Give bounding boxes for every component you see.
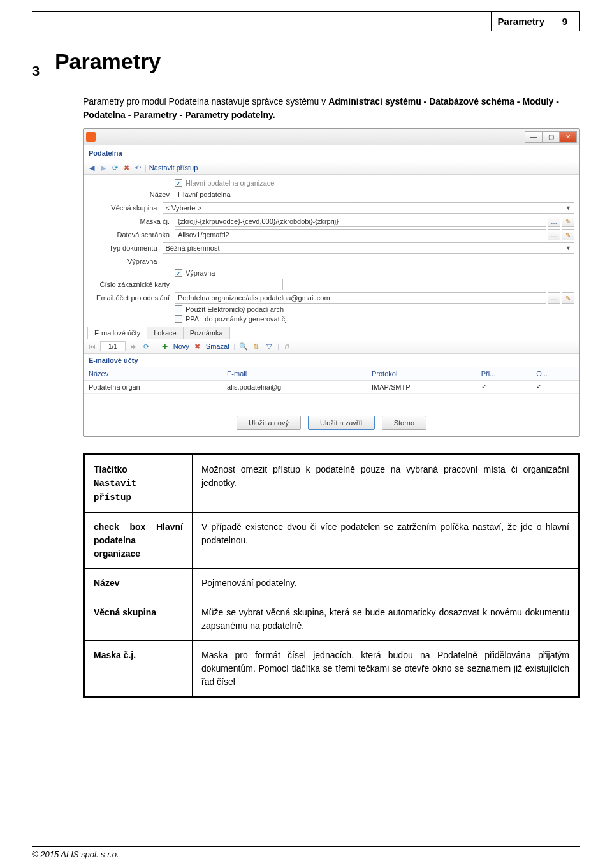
ppa-label: PPA - do poznámky generovat čj. xyxy=(186,315,289,323)
desc-r1-term-line3: přístup xyxy=(94,492,131,503)
desc-r1-term-line1: Tlačítko xyxy=(94,464,127,474)
delete-link[interactable]: Smazat xyxy=(206,342,229,350)
ellipsis-button[interactable]: … xyxy=(548,216,560,227)
input-cislo[interactable] xyxy=(175,279,283,290)
minimize-button[interactable]: — xyxy=(525,131,543,143)
arch-checkbox[interactable] xyxy=(175,305,182,313)
ppa-checkbox[interactable] xyxy=(175,315,182,323)
nav-first-icon[interactable]: ⏮ xyxy=(87,342,96,351)
new-link[interactable]: Nový xyxy=(173,342,189,350)
footer-copyright: © 2015 ALIS spol. s r.o. xyxy=(32,846,580,859)
maximize-button[interactable]: ▢ xyxy=(542,131,560,143)
desc-r4-text: Může se vybrat věcná skupina, která se b… xyxy=(193,598,579,641)
tab-lokace[interactable]: Lokace xyxy=(147,327,183,339)
delete-icon[interactable]: ✖ xyxy=(193,342,202,351)
input-ds[interactable]: Alisov1/qcmafd2 xyxy=(175,229,546,240)
main-toolbar: ◀ ▶ ⟳ ✖ ↶ | Nastavit přístup xyxy=(84,161,579,175)
desc-r2-term: check box Hlavní podatelna organizace xyxy=(84,513,193,569)
subsection-title: E-mailové účty xyxy=(84,354,579,367)
description-table: Tlačítko Nastavit přístup Možnost omezit… xyxy=(83,453,580,698)
plus-icon[interactable]: ✚ xyxy=(161,342,170,351)
nav-last-icon[interactable]: ⏭ xyxy=(129,342,138,351)
filter-icon[interactable]: ▽ xyxy=(265,342,273,351)
set-access-link[interactable]: Nastavit přístup xyxy=(149,164,198,172)
input-vypravna[interactable] xyxy=(163,256,575,267)
sort-icon[interactable]: ⇅ xyxy=(252,342,261,351)
email-table: Název E-mail Protokol Při... O... Podate… xyxy=(84,367,579,394)
section-title: Podatelna xyxy=(84,145,579,161)
lbl-nazev: Název xyxy=(89,191,175,198)
col-protokol[interactable]: Protokol xyxy=(367,367,476,381)
tab-email-accounts[interactable]: E-mailové účty xyxy=(87,327,147,339)
refresh-icon[interactable]: ⟳ xyxy=(142,342,151,351)
header-title: Parametry xyxy=(491,11,550,31)
intro-paragraph: Parametry pro modul Podatelna nastavuje … xyxy=(83,95,580,122)
delete-icon[interactable]: ✖ xyxy=(122,163,131,172)
input-maska[interactable]: {zkroj}-{zkrpuvodce}-{cevd,000}/{zkrobdo… xyxy=(175,216,546,227)
lbl-vypravna: Výpravna xyxy=(89,258,163,265)
desc-r5-text: Maska pro formát čísel jednacích, která … xyxy=(193,641,579,698)
revert-icon[interactable]: ↶ xyxy=(133,163,142,172)
lbl-typ: Typ dokumentu xyxy=(89,244,163,252)
chapter-title: Parametry xyxy=(55,49,161,74)
save-and-new-button[interactable]: Uložit a nový xyxy=(237,416,301,430)
desc-r3-term: Název xyxy=(84,569,193,598)
app-window: — ▢ ✕ Podatelna ◀ ▶ ⟳ ✖ ↶ | Nastavit pří… xyxy=(83,128,580,437)
desc-r1-term-line2: Nastavit xyxy=(94,478,136,489)
col-email[interactable]: E-mail xyxy=(222,367,367,381)
table-row[interactable]: Podatelna organ alis.podatelna@g IMAP/SM… xyxy=(84,381,579,394)
search-icon[interactable]: 🔍 xyxy=(239,342,248,351)
clear-icon[interactable]: ✎ xyxy=(562,292,574,304)
desc-r5-term: Maska č.j. xyxy=(84,641,193,698)
vypravna-cb-label: Výpravna xyxy=(186,269,215,277)
ellipsis-button[interactable]: … xyxy=(548,229,560,240)
main-registry-checkbox[interactable] xyxy=(175,179,182,187)
select-vecna[interactable]: < Vyberte >▼ xyxy=(163,202,575,214)
lbl-ds: Datová schránka xyxy=(89,231,175,239)
input-nazev[interactable]: Hlavní podatelna xyxy=(175,189,353,200)
input-email[interactable]: Podatelna organizace/alis.podatelna@gmai… xyxy=(175,292,546,304)
clear-icon[interactable]: ✎ xyxy=(562,229,574,240)
desc-r4-term: Věcná skupina xyxy=(84,598,193,641)
desc-r2-text: V případě existence dvou či více podatel… xyxy=(193,513,579,569)
nav-first-icon[interactable]: ◀ xyxy=(87,163,96,172)
save-and-close-button[interactable]: Uložit a zavřít xyxy=(308,416,375,430)
col-nazev[interactable]: Název xyxy=(84,367,222,381)
tab-poznamka[interactable]: Poznámka xyxy=(183,327,230,339)
print-icon[interactable]: ⎙ xyxy=(283,342,292,351)
lbl-vecna: Věcná skupina xyxy=(89,204,163,212)
clear-icon[interactable]: ✎ xyxy=(562,216,574,227)
record-counter: 1/1 xyxy=(100,341,126,351)
close-button[interactable]: ✕ xyxy=(559,131,577,143)
lbl-cislo: Číslo zákaznické karty xyxy=(89,281,175,288)
col-o[interactable]: O... xyxy=(531,367,579,381)
col-pri[interactable]: Při... xyxy=(476,367,532,381)
lbl-email: Email.účet pro odeslání xyxy=(89,294,175,302)
app-icon xyxy=(86,132,96,142)
desc-r1-text: Možnost omezit přístup k podatelně pouze… xyxy=(193,455,579,513)
arch-label: Použít Elektronický podací arch xyxy=(186,305,284,313)
chevron-down-icon: ▼ xyxy=(565,205,571,211)
refresh-icon[interactable]: ⟳ xyxy=(110,163,119,172)
vypravna-checkbox[interactable] xyxy=(175,269,182,277)
chevron-down-icon: ▼ xyxy=(565,245,571,251)
main-registry-label: Hlavní podatelna organizace xyxy=(186,179,274,187)
select-typ[interactable]: Běžná písemnost▼ xyxy=(163,242,575,254)
desc-r3-text: Pojmenování podatelny. xyxy=(193,569,579,598)
cancel-button[interactable]: Storno xyxy=(382,416,426,430)
ellipsis-button[interactable]: … xyxy=(548,292,560,304)
header-page-number: 9 xyxy=(550,11,580,31)
nav-next-icon[interactable]: ▶ xyxy=(99,163,108,172)
lbl-maska: Maska čj. xyxy=(89,217,175,225)
chapter-number: 3 xyxy=(32,63,40,80)
